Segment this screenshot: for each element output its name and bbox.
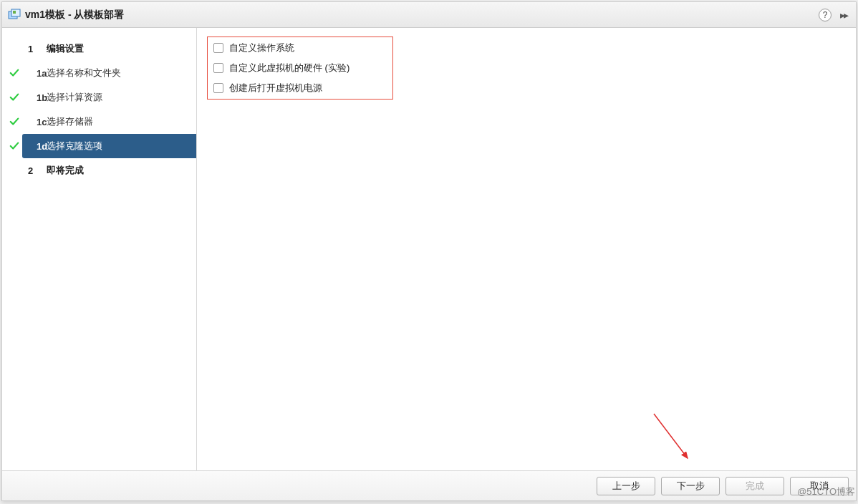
- step-number: 1: [25, 44, 47, 54]
- title-controls: ? ▸▸: [819, 9, 852, 21]
- step-inner: 2即将完成: [22, 158, 196, 183]
- cancel-button[interactable]: 取消: [790, 477, 849, 495]
- wizard-sidebar: 1编辑设置1a选择名称和文件夹1b选择计算资源1c选择存储器1d选择克隆选项2即…: [2, 28, 197, 470]
- wizard-step-2[interactable]: 2即将完成: [2, 158, 196, 183]
- wizard-step-1d[interactable]: 1d选择克隆选项: [2, 134, 196, 158]
- check-icon: [6, 117, 22, 127]
- step-number: 2: [25, 165, 47, 176]
- option-label: 创建后打开虚拟机电源: [229, 82, 322, 94]
- back-button[interactable]: 上一步: [597, 477, 655, 495]
- clone-options-box: 自定义操作系统自定义此虚拟机的硬件 (实验)创建后打开虚拟机电源: [207, 37, 393, 100]
- clone-option-1[interactable]: 自定义此虚拟机的硬件 (实验): [213, 62, 387, 74]
- option-label: 自定义此虚拟机的硬件 (实验): [229, 62, 350, 74]
- option-label: 自定义操作系统: [229, 42, 294, 54]
- next-button[interactable]: 下一步: [661, 477, 720, 495]
- clone-option-2[interactable]: 创建后打开虚拟机电源: [213, 82, 387, 94]
- clone-option-0[interactable]: 自定义操作系统: [213, 42, 387, 54]
- checkbox[interactable]: [213, 43, 223, 53]
- wizard-content: 自定义操作系统自定义此虚拟机的硬件 (实验)创建后打开虚拟机电源: [197, 28, 856, 470]
- svg-rect-2: [13, 11, 16, 14]
- checkbox[interactable]: [213, 83, 223, 93]
- step-label: 选择存储器: [47, 115, 196, 128]
- pin-button[interactable]: ▸▸: [836, 9, 852, 21]
- finish-button: 完成: [726, 477, 784, 495]
- titlebar: vm1模板 - 从模板部署 ? ▸▸: [2, 2, 856, 28]
- step-inner: 1c选择存储器: [22, 110, 196, 134]
- step-inner: 1编辑设置: [22, 37, 196, 61]
- step-label: 选择名称和文件夹: [47, 67, 196, 79]
- check-icon: [6, 92, 22, 102]
- checkbox[interactable]: [213, 63, 223, 73]
- wizard-step-1c[interactable]: 1c选择存储器: [2, 110, 196, 134]
- step-inner: 1a选择名称和文件夹: [22, 61, 196, 85]
- dialog-title: vm1模板 - 从模板部署: [25, 9, 819, 21]
- wizard-step-1[interactable]: 1编辑设置: [2, 37, 196, 61]
- step-number: 1d: [25, 141, 47, 152]
- vm-template-icon: [8, 9, 21, 21]
- step-label: 即将完成: [47, 164, 196, 177]
- step-number: 1b: [25, 92, 47, 103]
- step-label: 选择克隆选项: [47, 140, 196, 152]
- wizard-footer: 上一步 下一步 完成 取消: [2, 470, 856, 500]
- dialog-body: 1编辑设置1a选择名称和文件夹1b选择计算资源1c选择存储器1d选择克隆选项2即…: [2, 28, 856, 470]
- wizard-step-1b[interactable]: 1b选择计算资源: [2, 85, 196, 110]
- step-number: 1c: [25, 117, 47, 127]
- check-icon: [6, 141, 22, 151]
- step-inner: 1b选择计算资源: [22, 85, 196, 110]
- step-label: 选择计算资源: [47, 91, 196, 104]
- check-icon: [6, 68, 22, 78]
- step-inner: 1d选择克隆选项: [22, 134, 196, 158]
- wizard-step-1a[interactable]: 1a选择名称和文件夹: [2, 61, 196, 85]
- step-label: 编辑设置: [47, 42, 196, 55]
- help-button[interactable]: ?: [819, 9, 832, 21]
- step-number: 1a: [25, 68, 47, 79]
- wizard-dialog: vm1模板 - 从模板部署 ? ▸▸ 1编辑设置1a选择名称和文件夹1b选择计算…: [1, 1, 857, 501]
